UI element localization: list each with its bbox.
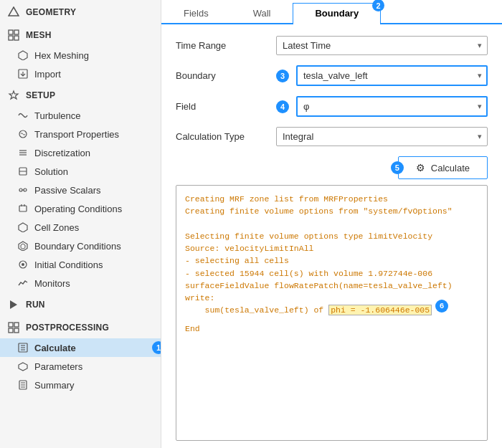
postprocessing-icon	[7, 321, 20, 334]
boundary-select[interactable]: tesla_valve_left	[296, 65, 488, 86]
log-line-5: Source: velocityLimitInAll	[185, 242, 478, 254]
svg-marker-25	[10, 300, 17, 309]
initial-conditions-icon	[17, 259, 29, 270]
hex-meshing-icon	[17, 49, 29, 61]
calc-type-select[interactable]: Integral	[276, 127, 488, 146]
log-badge-6: 6	[435, 300, 448, 313]
time-range-control: Latest Time ▾	[276, 36, 488, 55]
svg-rect-27	[14, 323, 19, 327]
sidebar-item-passive-scalars[interactable]: Passive Scalars	[0, 181, 161, 199]
calculate-button[interactable]: ⚙ Calculate	[398, 156, 488, 179]
time-range-select[interactable]: Latest Time	[276, 36, 488, 55]
sidebar-item-turbulence-label: Turbulence	[34, 110, 81, 121]
sidebar-item-monitors-label: Monitors	[34, 278, 70, 289]
sidebar-section-postprocessing-label: POSTPROCESSING	[26, 323, 109, 333]
sidebar-item-cell-zones-label: Cell Zones	[34, 222, 79, 233]
sidebar-item-passive-scalars-label: Passive Scalars	[34, 185, 100, 196]
svg-rect-28	[9, 328, 13, 333]
sidebar-item-calculate[interactable]: Calculate 1	[0, 338, 161, 357]
sidebar-item-boundary-conditions[interactable]: Boundary Conditions	[0, 237, 161, 255]
sidebar-item-hex-meshing-label: Hex Meshing	[34, 50, 89, 61]
log-line-4: Selecting finite volume options type lim…	[185, 230, 478, 242]
calculate-gear-icon: ⚙	[416, 162, 425, 173]
import-icon	[17, 68, 29, 80]
sidebar-item-initial-conditions-label: Initial Conditions	[34, 259, 103, 270]
field-row: Field 4 φ ▾	[176, 96, 488, 117]
svg-rect-17	[19, 206, 27, 211]
tab-fields[interactable]: Fields	[161, 3, 231, 23]
sidebar-item-operating-conditions-label: Operating Conditions	[34, 204, 122, 214]
sidebar-section-geometry[interactable]: GEOMETRY	[0, 0, 161, 23]
sidebar-item-discretization[interactable]: Discretization	[0, 143, 161, 162]
calc-type-row: Calculation Type Integral ▾	[176, 127, 488, 146]
sidebar-item-operating-conditions[interactable]: Operating Conditions	[0, 199, 161, 218]
sidebar-item-boundary-conditions-label: Boundary Conditions	[34, 241, 121, 252]
log-highlighted-text: phi = -1.606446e-005	[331, 305, 430, 315]
tab-wall[interactable]: Wall	[231, 3, 293, 23]
calculate-badge-5: 5	[391, 161, 404, 174]
svg-rect-2	[14, 30, 19, 34]
tab-boundary-badge: 2	[372, 0, 384, 11]
sidebar-section-mesh-label: MESH	[26, 30, 52, 40]
sidebar-item-discretization-label: Discretization	[34, 148, 90, 158]
svg-rect-3	[9, 36, 13, 40]
tab-boundary-label: Boundary	[315, 8, 359, 19]
sidebar-item-cell-zones[interactable]: Cell Zones	[0, 218, 161, 237]
boundary-conditions-icon	[17, 240, 29, 252]
boundary-control: tesla_valve_left ▾	[296, 65, 488, 86]
sidebar-item-turbulence[interactable]: Turbulence	[0, 106, 161, 125]
calculate-button-wrap: 5 ⚙ Calculate	[398, 156, 488, 179]
sidebar-section-run-label: RUN	[26, 300, 45, 310]
sidebar-item-hex-meshing[interactable]: Hex Meshing	[0, 46, 161, 65]
sidebar-item-summary[interactable]: Summary	[0, 376, 161, 394]
svg-marker-0	[9, 7, 19, 16]
svg-rect-29	[14, 328, 19, 333]
sidebar-section-setup-label: SETUP	[26, 90, 55, 100]
sidebar-item-initial-conditions[interactable]: Initial Conditions	[0, 255, 161, 274]
field-select[interactable]: φ	[296, 96, 488, 117]
log-line-6: - selecting all cells	[185, 254, 478, 267]
solution-icon	[17, 166, 29, 177]
field-control: φ ▾	[296, 96, 488, 117]
sidebar-item-import[interactable]: Import	[0, 65, 161, 83]
tab-wall-label: Wall	[253, 8, 271, 19]
log-sum-prefix: sum(tesla_valve_left) of	[185, 305, 328, 315]
sidebar-section-mesh[interactable]: MESH	[0, 23, 161, 46]
sidebar-section-postprocessing[interactable]: POSTPROCESSING	[0, 315, 161, 338]
sidebar-badge-1: 1	[152, 341, 161, 354]
form-area: Time Range Latest Time ▾ Boundary 3 tesl…	[161, 24, 502, 153]
turbulence-icon	[17, 110, 29, 121]
discretization-icon	[17, 147, 29, 158]
sidebar-item-solution-label: Solution	[34, 166, 68, 177]
boundary-label: Boundary	[176, 70, 269, 81]
svg-point-24	[22, 263, 24, 266]
sidebar-item-summary-label: Summary	[34, 380, 75, 391]
log-line-3	[185, 218, 478, 230]
log-line-2: Creating finite volume options from "sys…	[185, 205, 478, 217]
boundary-badge: 3	[276, 70, 289, 82]
boundary-row: Boundary 3 tesla_valve_left ▾	[176, 65, 488, 86]
svg-marker-5	[19, 51, 27, 60]
sidebar-item-import-label: Import	[34, 69, 61, 80]
sidebar: GEOMETRY MESH Hex Meshing Import SETUP T…	[0, 0, 161, 448]
svg-point-14	[19, 189, 22, 191]
sidebar-item-transport-properties[interactable]: Transport Properties	[0, 125, 161, 143]
svg-rect-4	[14, 36, 19, 40]
sidebar-item-monitors[interactable]: Monitors	[0, 274, 161, 292]
transport-icon	[17, 128, 29, 140]
summary-icon	[17, 379, 29, 391]
passive-scalars-icon	[17, 184, 29, 196]
sidebar-item-solution[interactable]: Solution	[0, 162, 161, 181]
calculate-button-row: 5 ⚙ Calculate	[161, 153, 502, 182]
run-icon	[7, 298, 20, 311]
sidebar-section-geometry-label: GEOMETRY	[26, 7, 76, 17]
main-content: Fields Wall Boundary 2 Time Range Latest…	[161, 0, 502, 448]
sidebar-section-run[interactable]: RUN	[0, 292, 161, 315]
log-line-7: - selected 15944 cell(s) with volume 1.9…	[185, 267, 478, 280]
tab-boundary[interactable]: Boundary 2	[293, 3, 381, 24]
sidebar-section-setup[interactable]: SETUP	[0, 83, 161, 106]
log-highlight-value: phi = -1.606446e-005 6	[328, 305, 432, 315]
cell-zones-icon	[17, 221, 29, 233]
field-label: Field	[176, 101, 269, 112]
sidebar-item-parameters[interactable]: Parameters	[0, 357, 161, 376]
